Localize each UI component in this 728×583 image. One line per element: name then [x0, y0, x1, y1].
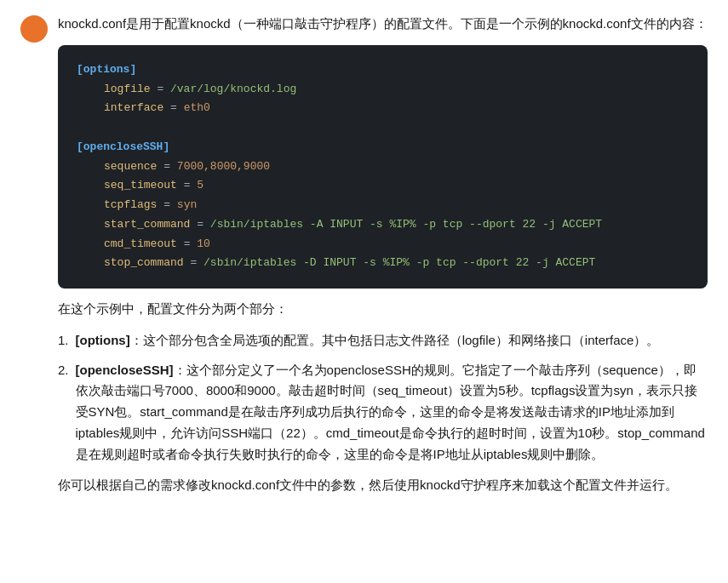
- intro-text: knockd.conf是用于配置knockd（一种端口敲击守护程序）的配置文件。…: [58, 14, 708, 35]
- closing-text: 你可以根据自己的需求修改knockd.conf文件中的参数，然后使用knockd…: [58, 475, 708, 496]
- list-item-1: 1. [options]：这个部分包含全局选项的配置。其中包括日志文件路径（lo…: [58, 330, 708, 352]
- code-line-tcpflags: tcpflags = syn: [77, 196, 689, 215]
- code-key-sequence: sequence: [104, 160, 157, 173]
- code-line-interface: interface = eth0: [77, 99, 689, 118]
- code-value-sequence: 7000,8000,9000: [177, 160, 270, 173]
- code-key-cmd-timeout: cmd_timeout: [104, 237, 177, 250]
- message-content: knockd.conf是用于配置knockd（一种端口敲击守护程序）的配置文件。…: [58, 14, 708, 496]
- code-block: [options] logfile = /var/log/knockd.log …: [58, 45, 708, 289]
- code-key-seq-timeout: seq_timeout: [104, 179, 177, 191]
- code-line-seq-timeout: seq_timeout = 5: [77, 176, 689, 196]
- section-intro: 在这个示例中，配置文件分为两个部分：: [58, 299, 708, 320]
- code-line-logfile: logfile = /var/log/knockd.log: [77, 80, 689, 100]
- list-text-1: [options]：这个部分包含全局选项的配置。其中包括日志文件路径（logfi…: [76, 330, 708, 352]
- code-line-sequence: sequence = 7000,8000,9000: [77, 157, 689, 177]
- code-value-interface: eth0: [184, 101, 210, 114]
- code-value-tcpflags: syn: [177, 198, 197, 211]
- code-section2-header: [opencloseSSH]: [77, 138, 689, 157]
- list-number-2: 2.: [58, 360, 69, 466]
- code-line-stop-command: stop_command = /sbin/iptables -D INPUT -…: [77, 254, 689, 273]
- list-item-2: 2. [opencloseSSH]：这个部分定义了一个名为opencloseSS…: [58, 360, 708, 466]
- code-value-seq-timeout: 5: [197, 179, 203, 191]
- code-line-start-command: start_command = /sbin/iptables -A INPUT …: [77, 215, 689, 235]
- code-section1-header: [options]: [77, 60, 689, 80]
- code-value-stop-command: /sbin/iptables -D INPUT -s %IP% -p tcp -…: [203, 256, 595, 269]
- code-value-cmd-timeout: 10: [197, 237, 210, 250]
- numbered-list: 1. [options]：这个部分包含全局选项的配置。其中包括日志文件路径（lo…: [58, 330, 708, 466]
- code-key-start-command: start_command: [104, 218, 190, 231]
- code-value-start-command: /sbin/iptables -A INPUT -s %IP% -p tcp -…: [210, 218, 602, 231]
- avatar: [20, 15, 48, 43]
- code-line-cmd-timeout: cmd_timeout = 10: [77, 235, 689, 254]
- code-key-logfile: logfile: [104, 83, 151, 95]
- code-key-interface: interface: [104, 101, 163, 114]
- list-text-2: [opencloseSSH]：这个部分定义了一个名为opencloseSSH的规…: [76, 360, 708, 466]
- message-row: knockd.conf是用于配置knockd（一种端口敲击守护程序）的配置文件。…: [0, 0, 728, 503]
- list-number-1: 1.: [58, 330, 69, 352]
- code-key-tcpflags: tcpflags: [104, 198, 157, 211]
- code-key-stop-command: stop_command: [104, 256, 184, 269]
- page-container: knockd.conf是用于配置knockd（一种端口敲击守护程序）的配置文件。…: [0, 0, 728, 503]
- code-value-logfile: /var/log/knockd.log: [170, 83, 296, 95]
